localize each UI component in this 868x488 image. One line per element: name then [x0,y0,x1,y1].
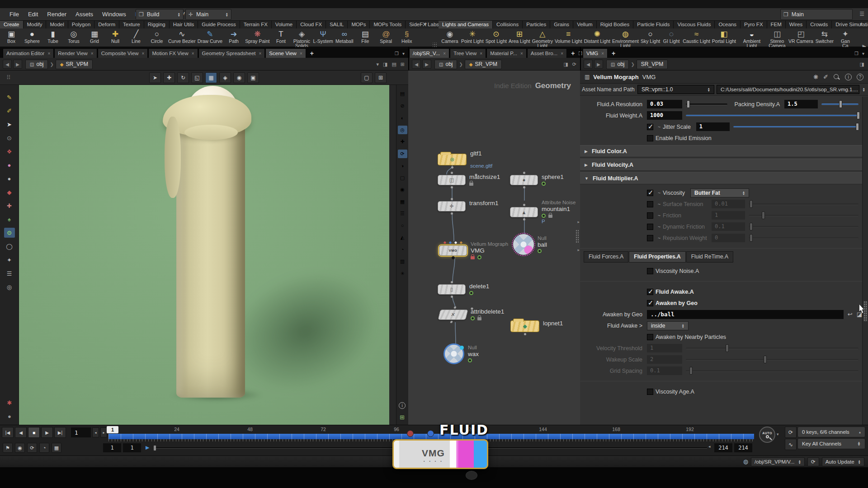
shelf-tool-button[interactable]: ◧ Portal Light [711,30,737,43]
menu-item[interactable]: Windows [98,9,130,19]
network-node[interactable]: ✕ attribdelete1 [439,308,504,321]
menu-item[interactable]: Render [43,9,71,19]
playback-rate-icon[interactable]: ◔ [39,443,49,453]
shelf-tool-button[interactable]: ⇆ Switcher [814,30,835,43]
stash-tool-icon[interactable]: ❖ [4,146,15,156]
splitter-grip[interactable] [576,230,580,243]
path-menu-caret-icon[interactable]: ▾ [376,61,379,67]
channel-toggle-icon[interactable]: ~ [656,235,663,241]
knot-tool-icon[interactable]: ◆ [4,187,15,197]
channel-toggle-icon[interactable]: ~ [656,213,663,218]
shelf-tab[interactable]: Texture [119,21,144,28]
shelf-tab[interactable]: Particle Fluids [633,21,674,28]
cone-icon[interactable]: ◭ [398,233,407,242]
node-flags[interactable] [538,249,547,254]
multisnap-icon[interactable]: ◈ [219,72,231,83]
shelf-tab[interactable]: Deform [94,21,119,28]
pane-tab[interactable]: Tree View [450,48,486,58]
shelf-tab[interactable]: MOPs [348,21,370,28]
marker-blue-dot[interactable] [427,430,434,437]
loop-mode-icon[interactable]: ⟳ [27,443,37,453]
node-flags[interactable] [471,254,508,260]
node-flags[interactable] [469,207,499,212]
node-body[interactable]: ▲ [510,207,538,217]
repulsion-weight-checkbox[interactable] [647,235,653,241]
shelf-tool-button[interactable]: ○ Circle [146,30,167,43]
node-flag-icon[interactable] [477,317,481,320]
range-end2-field[interactable]: 214 [734,443,752,452]
awaken-by-geo-checkbox[interactable] [647,300,653,306]
hamburger-icon[interactable]: ☰ [859,11,864,17]
desktop-selector[interactable]: ❒ Main [780,9,853,20]
globe-icon[interactable]: ◍ [743,458,748,465]
pane-tab[interactable]: Animation Editor [3,48,54,58]
range-marker-icon[interactable]: ▶ [146,445,149,450]
range-start2-field[interactable]: 1 [123,443,141,452]
sync-keys-icon[interactable]: ⟳ [785,427,797,438]
shelf-tool-button[interactable]: ▮ Tube [42,30,63,43]
menu-item[interactable]: Edit [24,9,42,19]
pin-pane-icon[interactable]: ◨ [383,61,387,67]
focus-icon[interactable]: ◉ [398,185,407,194]
network-node[interactable]: ⊛ gltf1 scene.gltf [438,150,492,169]
node-flag-icon[interactable] [469,183,473,186]
forward-button[interactable]: ▶ [422,60,431,69]
shelf-tool-button[interactable]: ◎ Torus [63,30,84,43]
shelf-tab[interactable]: Wires [786,21,807,28]
shelf-tab[interactable]: Particles [523,21,550,28]
node-body[interactable]: ● [510,175,538,185]
network-node[interactable]: VMG Vellum Mograph VMG [439,241,508,260]
breadcrumb-obj[interactable]: ◫obj [25,60,48,69]
current-frame-field[interactable]: 1 [71,427,91,437]
shelf-tool-button[interactable]: ◌ GI Light [661,30,682,43]
channel-toggle-icon[interactable]: ~ [656,124,663,130]
update-mode-select[interactable]: Auto Update [822,457,864,466]
headlight-icon[interactable]: ◐ [398,113,407,122]
no-lights-icon[interactable]: ⊘ [398,102,407,110]
shelf-tab[interactable]: Oceans [715,21,741,28]
shelf-menu-caret-icon[interactable]: ▼ [420,21,431,27]
node-flags[interactable] [543,327,563,333]
node-body[interactable] [513,234,534,255]
shelf-tool-button[interactable]: ⊞ Area Light [508,30,531,43]
shelf-tool-button[interactable]: ◒ Ambient Light [737,30,767,48]
network-node[interactable]: ✛ transform1 [438,200,499,212]
forward-button[interactable]: ▶ [594,60,603,69]
jitter-scale-checkbox[interactable] [647,124,653,130]
shelf-tool-button[interactable]: ✳ Point Light [460,30,485,43]
snapshot-icon[interactable]: ✳ [398,269,407,278]
node-flags[interactable] [542,213,576,218]
node-name[interactable]: VMG [471,247,508,254]
node-flag-icon[interactable] [477,255,481,259]
new-tab-button[interactable]: + [608,48,619,58]
node-body[interactable]: VMG [439,245,467,256]
shelf-tool-button[interactable]: ╱ Line [126,30,146,43]
awaken-by-nearby-particles-checkbox[interactable] [647,334,653,340]
asset-type-select[interactable]: SR::vpm::1.0 [637,85,714,94]
keys-summary-button[interactable]: 0 keys, 6/6 channels▴ [797,427,865,437]
shelf-tool-button[interactable]: ❋ Spray Paint [244,30,270,43]
shelf-tab[interactable]: Rigid Bodies [597,21,634,28]
fluid-resolution-field[interactable]: 0.03 [647,100,682,108]
shelf-tab[interactable]: Polygon [68,21,95,28]
splitter-arrow-icon[interactable]: ▸ [577,220,580,224]
node-flag-icon[interactable] [542,214,546,218]
node-flag-icon[interactable] [538,249,542,253]
parameter-tab[interactable]: Fluid Forces.A [584,251,628,263]
shelf-tool-button[interactable]: ◉ Camera [439,30,460,43]
node-flag-icon[interactable] [471,316,475,320]
node-body[interactable] [443,343,464,364]
forward-button[interactable]: ▶ [13,60,22,69]
jitter-scale-slider[interactable] [733,122,859,131]
back-button[interactable]: ◀ [584,60,593,69]
shelf-tool-button[interactable]: T Font [270,30,291,43]
node-body[interactable]: ◫ [438,175,466,185]
star-tool-icon[interactable]: ✦ [4,255,15,265]
view-visibility-icon[interactable]: ◉ [233,72,245,83]
pane-tab[interactable]: Motion FX View [148,48,198,58]
pin-pane-icon[interactable]: ◨ [860,61,864,67]
shelf-tool-button[interactable]: ✎ Draw Curve [197,30,223,43]
pane-menu-caret-icon[interactable]: ▾ [862,51,864,56]
pane-tab[interactable]: /obj/SR_V... [409,48,449,58]
rotate-handle-icon[interactable]: ↻ [177,72,189,83]
